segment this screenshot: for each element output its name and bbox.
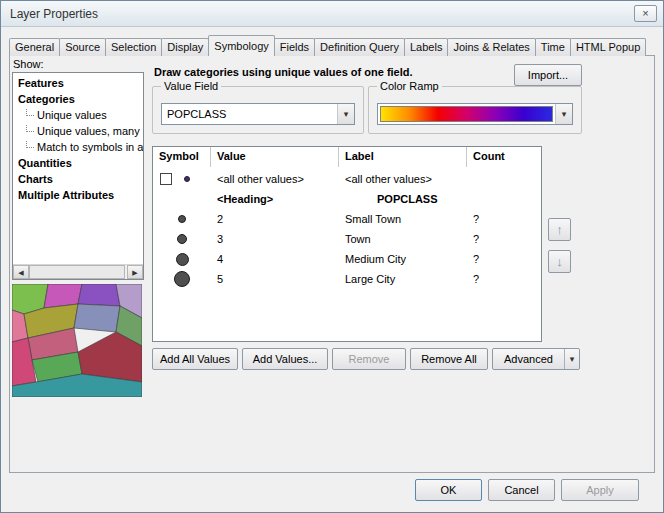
label-cell: POPCLASS xyxy=(377,189,438,209)
column-header-label[interactable]: Label xyxy=(339,147,467,167)
scroll-thumb[interactable] xyxy=(29,265,125,279)
graduated-symbol-icon[interactable] xyxy=(178,215,186,223)
window-title: Layer Properties xyxy=(10,7,98,21)
tree-branch-icon xyxy=(26,141,34,148)
value-cell: 3 xyxy=(217,229,223,249)
tab-general[interactable]: General xyxy=(9,38,60,56)
color-ramp-combobox[interactable]: ▾ xyxy=(377,103,573,125)
advanced-button[interactable]: Advanced ▾ xyxy=(492,348,580,370)
scroll-right-button[interactable]: ▶ xyxy=(127,265,143,279)
table-row-heading[interactable]: <Heading> POPCLASS xyxy=(153,189,541,209)
scroll-right-icon: ▶ xyxy=(132,269,137,276)
value-cell: <all other values> xyxy=(217,169,304,189)
apply-button[interactable]: Apply xyxy=(561,479,639,501)
tree-item-unique-values[interactable]: Unique values xyxy=(13,107,143,123)
count-cell: ? xyxy=(473,229,479,249)
table-row-all-other-values[interactable]: <all other values> <all other values> xyxy=(153,169,541,189)
label-cell: Large City xyxy=(345,269,395,289)
layer-properties-window: Layer Properties × General Source Select… xyxy=(0,0,664,513)
tree-item-multiple-attributes[interactable]: Multiple Attributes xyxy=(13,187,143,203)
column-header-symbol[interactable]: Symbol xyxy=(153,147,211,167)
cancel-button[interactable]: Cancel xyxy=(488,479,555,501)
symbol-cell xyxy=(153,209,211,229)
count-cell: ? xyxy=(473,209,479,229)
symbol-cell xyxy=(153,169,211,189)
move-value-up-button[interactable]: ↑ xyxy=(548,218,571,241)
tab-time[interactable]: Time xyxy=(535,38,571,56)
show-tree-items: Features Categories Unique values Unique… xyxy=(13,73,143,203)
ok-button[interactable]: OK xyxy=(415,479,482,501)
tree-item-features[interactable]: Features xyxy=(13,75,143,91)
close-button[interactable]: × xyxy=(634,5,657,22)
show-label: Show: xyxy=(13,58,44,70)
add-all-values-button[interactable]: Add All Values xyxy=(152,348,238,370)
tab-labels[interactable]: Labels xyxy=(404,38,448,56)
remove-all-button[interactable]: Remove All xyxy=(410,348,488,370)
tree-item-label: Unique values, many xyxy=(37,125,140,137)
tree-branch-icon xyxy=(26,125,34,132)
tab-strip: General Source Selection Display Symbolo… xyxy=(9,35,645,56)
label-cell: <all other values> xyxy=(345,169,432,189)
symbology-page: Show: Features Categories Unique values … xyxy=(9,55,655,473)
remove-button[interactable]: Remove xyxy=(332,348,406,370)
tree-item-label: Match to symbols in a xyxy=(37,141,143,153)
value-field-combobox[interactable]: POPCLASS ▾ xyxy=(161,103,355,125)
value-cell: <Heading> xyxy=(217,189,273,209)
graduated-symbol-icon[interactable] xyxy=(177,234,187,244)
chevron-down-icon: ▾ xyxy=(564,349,579,369)
column-header-count[interactable]: Count xyxy=(467,147,539,167)
chevron-down-icon: ▾ xyxy=(337,104,354,124)
tree-item-match-to-symbols[interactable]: Match to symbols in a xyxy=(13,139,143,155)
tab-definition-query[interactable]: Definition Query xyxy=(314,38,405,56)
color-ramp-group: Color Ramp ▾ xyxy=(368,86,582,134)
show-tree: Features Categories Unique values Unique… xyxy=(12,72,144,280)
value-cell: 5 xyxy=(217,269,223,289)
point-symbol-icon[interactable] xyxy=(184,176,190,182)
tree-item-quantities[interactable]: Quantities xyxy=(13,155,143,171)
tab-selection[interactable]: Selection xyxy=(105,38,162,56)
column-header-value[interactable]: Value xyxy=(211,147,339,167)
table-row-small-town[interactable]: 2 Small Town ? xyxy=(153,209,541,229)
chevron-down-icon: ▾ xyxy=(555,104,572,124)
count-cell: ? xyxy=(473,249,479,269)
tab-joins-relates[interactable]: Joins & Relates xyxy=(447,38,535,56)
table-row-town[interactable]: 3 Town ? xyxy=(153,229,541,249)
move-value-down-button[interactable]: ↓ xyxy=(548,250,571,273)
tree-item-charts[interactable]: Charts xyxy=(13,171,143,187)
advanced-button-label: Advanced xyxy=(493,349,564,369)
us-states-preview-image xyxy=(12,284,142,397)
table-header: SymbolValueLabelCount xyxy=(153,147,541,167)
close-icon: × xyxy=(642,7,648,19)
value-cell: 4 xyxy=(217,249,223,269)
graduated-symbol-icon[interactable] xyxy=(176,253,189,266)
value-field-value: POPCLASS xyxy=(162,104,337,124)
tab-display[interactable]: Display xyxy=(161,38,209,56)
arrow-up-icon: ↑ xyxy=(556,222,563,237)
tree-branch-icon xyxy=(26,109,34,116)
add-values-button[interactable]: Add Values... xyxy=(242,348,328,370)
value-field-label: Value Field xyxy=(161,80,221,93)
table-row-medium-city[interactable]: 4 Medium City ? xyxy=(153,249,541,269)
tree-item-categories[interactable]: Categories xyxy=(13,91,143,107)
tree-item-label: Unique values xyxy=(37,109,107,121)
tab-symbology[interactable]: Symbology xyxy=(208,35,274,56)
tab-html-popup[interactable]: HTML Popup xyxy=(570,38,646,56)
tree-item-unique-values-many[interactable]: Unique values, many xyxy=(13,123,143,139)
tab-fields[interactable]: Fields xyxy=(274,38,315,56)
color-ramp-gradient xyxy=(380,106,553,122)
label-cell: Small Town xyxy=(345,209,401,229)
tree-horizontal-scrollbar[interactable]: ◀ ▶ xyxy=(13,264,143,279)
symbol-cell xyxy=(153,229,211,249)
tab-source[interactable]: Source xyxy=(59,38,106,56)
scroll-left-button[interactable]: ◀ xyxy=(13,265,29,279)
import-button[interactable]: Import... xyxy=(514,64,582,86)
graduated-symbol-icon[interactable] xyxy=(174,271,190,287)
all-other-values-checkbox[interactable] xyxy=(160,173,172,185)
unique-values-table: SymbolValueLabelCount <all other values>… xyxy=(152,146,542,342)
label-cell: Medium City xyxy=(345,249,406,269)
value-cell: 2 xyxy=(217,209,223,229)
arrow-down-icon: ↓ xyxy=(556,254,563,269)
color-ramp-label: Color Ramp xyxy=(377,80,442,93)
layer-preview-map xyxy=(12,284,142,397)
table-row-large-city[interactable]: 5 Large City ? xyxy=(153,269,541,289)
